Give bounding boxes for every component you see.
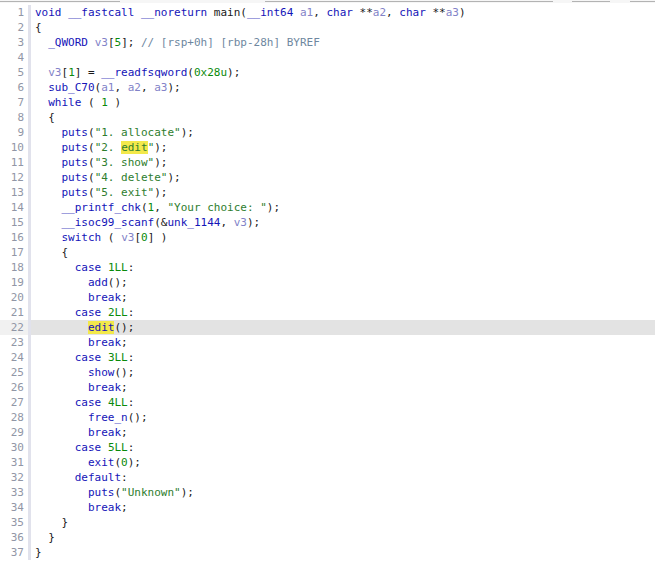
code-line[interactable]: 31 exit(0); [0,455,655,470]
highlighted-occurrence[interactable]: edit [88,321,115,334]
code-text: puts("1. allocate"); [31,125,655,140]
code-line[interactable]: 16 switch ( v3[0] ) [0,230,655,245]
code-line[interactable]: 14 __printf_chk(1, "Your choice: "); [0,200,655,215]
code-token: 1 [101,96,108,109]
code-line[interactable]: 8 { [0,110,655,125]
code-line[interactable]: 10 puts("2. edit"); [0,140,655,155]
code-line[interactable]: 26 break; [0,380,655,395]
code-text: void __fastcall __noreturn main(__int64 … [31,5,655,20]
code-token [35,456,88,469]
code-text: } [31,530,655,545]
code-token: case [75,441,102,454]
code-token: : [128,396,135,409]
code-line[interactable]: 34 break; [0,500,655,515]
code-line[interactable]: 24 case 3LL: [0,350,655,365]
code-token [35,36,48,49]
code-token: ( [88,126,95,139]
code-token [88,36,95,49]
line-number: 8 [0,110,31,125]
code-token: ); [267,201,280,214]
code-line[interactable]: 17 { [0,245,655,260]
code-token: ); [154,156,167,169]
code-token: "Unknown" [121,486,181,499]
line-number: 9 [0,125,31,140]
code-token: v3 [48,66,61,79]
code-token [35,336,88,349]
code-token: ); [247,216,260,229]
code-line[interactable]: 29 break; [0,425,655,440]
code-line[interactable]: 1void __fastcall __noreturn main(__int64… [0,5,655,20]
code-token: puts [62,141,89,154]
line-number: 20 [0,290,31,305]
code-token: 1 [68,66,75,79]
code-token: "1. allocate" [95,126,181,139]
code-token: , [313,6,326,19]
code-token: { [35,21,42,34]
line-number: 31 [0,455,31,470]
code-token [35,66,48,79]
code-line[interactable]: 6 sub_C70(a1, a2, a3); [0,80,655,95]
code-token [35,366,88,379]
code-line[interactable]: 36 } [0,530,655,545]
code-token: a1 [300,6,313,19]
code-token: { [35,111,55,124]
code-token [35,171,62,184]
code-line[interactable]: 13 puts("5. exit"); [0,185,655,200]
code-line[interactable]: 27 case 4LL: [0,395,655,410]
code-token: ]; [121,36,141,49]
code-line[interactable]: 3 _QWORD v3[5]; // [rsp+0h] [rbp-28h] BY… [0,35,655,50]
code-line[interactable]: 15 __isoc99_scanf(&unk_1144, v3); [0,215,655,230]
code-line[interactable]: 9 puts("1. allocate"); [0,125,655,140]
code-token: ; [121,381,128,394]
pseudocode-view[interactable]: 1void __fastcall __noreturn main(__int64… [0,3,655,560]
code-line[interactable]: 7 while ( 1 ) [0,95,655,110]
code-line-current[interactable]: 22 edit(); [0,320,655,335]
code-token: __noreturn [141,6,207,19]
code-text: __isoc99_scanf(&unk_1144, v3); [31,215,655,230]
code-token [35,471,75,484]
code-token: (& [154,216,167,229]
code-token: show [88,366,115,379]
code-line[interactable]: 30 case 5LL: [0,440,655,455]
code-text: case 4LL: [31,395,655,410]
code-line[interactable]: 18 case 1LL: [0,260,655,275]
code-token: break [88,501,121,514]
code-token: switch [62,231,102,244]
code-token: while [48,96,81,109]
code-line[interactable]: 37} [0,545,655,560]
code-line[interactable]: 32 default: [0,470,655,485]
code-line[interactable]: 11 puts("3. show"); [0,155,655,170]
code-text: edit(); [31,320,655,335]
code-line[interactable]: 12 puts("4. delete"); [0,170,655,185]
code-line[interactable]: 2{ [0,20,655,35]
code-token: break [88,336,121,349]
code-line[interactable]: 35 } [0,515,655,530]
code-line[interactable]: 23 break; [0,335,655,350]
code-token [35,231,62,244]
line-number: 10 [0,140,31,155]
line-number: 34 [0,500,31,515]
code-line[interactable]: 21 case 2LL: [0,305,655,320]
code-line[interactable]: 20 break; [0,290,655,305]
code-token: ** [426,6,446,19]
code-token: ); [181,126,194,139]
code-line[interactable]: 4 [0,50,655,65]
code-token: main [214,6,241,19]
code-text: break; [31,290,655,305]
code-token: ( [81,96,101,109]
code-line[interactable]: 5 v3[1] = __readfsqword(0x28u); [0,65,655,80]
code-token [35,486,88,499]
code-line[interactable]: 33 puts("Unknown"); [0,485,655,500]
code-line[interactable]: 28 free_n(); [0,410,655,425]
highlighted-occurrence[interactable]: edit [121,141,148,154]
code-token: case [75,396,102,409]
code-line[interactable]: 25 show(); [0,365,655,380]
code-token: a2 [128,81,141,94]
code-text: v3[1] = __readfsqword(0x28u); [31,65,655,80]
line-number: 6 [0,80,31,95]
code-token: 5LL [108,441,128,454]
code-text: { [31,110,655,125]
code-text: break; [31,335,655,350]
code-token: 0 [121,456,128,469]
code-line[interactable]: 19 add(); [0,275,655,290]
